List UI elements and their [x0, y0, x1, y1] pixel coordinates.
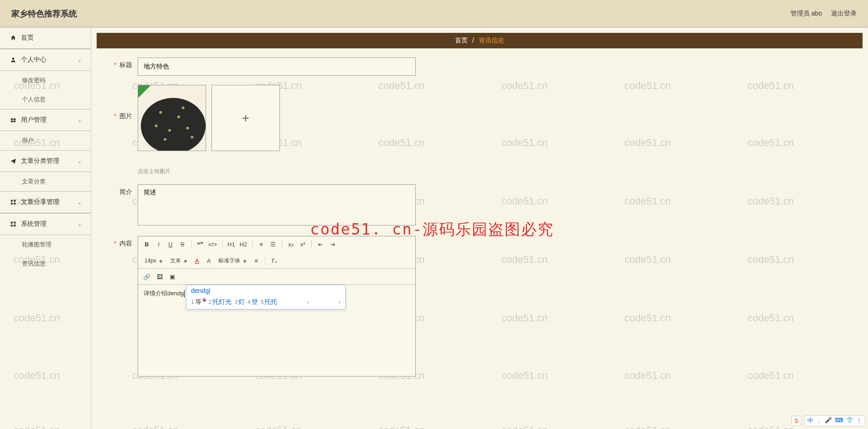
svg-rect-2: [14, 119, 16, 120]
font-color-button[interactable]: A: [192, 256, 202, 266]
svg-rect-3: [11, 120, 13, 122]
chevron-down-icon: ⌄: [78, 221, 82, 227]
sidebar-item-label: 用户管理: [21, 116, 78, 124]
ime-menu-icon[interactable]: ⋮: [856, 417, 862, 425]
ime-candidate-2[interactable]: 2托灯光: [209, 298, 232, 306]
sidebar-item-label: 文章分享管理: [21, 198, 78, 206]
bg-color-button[interactable]: A: [204, 256, 214, 266]
svg-point-21: [182, 106, 185, 109]
svg-rect-11: [11, 225, 13, 226]
sidebar-item-personal-center[interactable]: 个人中心 ⌄: [0, 49, 91, 71]
ime-next-icon[interactable]: ›: [339, 299, 341, 305]
sidebar-item-label: 系统管理: [21, 220, 78, 228]
unordered-list-button[interactable]: ☰: [268, 239, 278, 249]
sidebar-sub-news-info[interactable]: 资讯信息: [0, 254, 91, 273]
main-content: 首页 / 资讯信息 *标题 *图片: [91, 27, 868, 429]
svg-point-18: [168, 129, 171, 132]
sidebar-sub-change-password[interactable]: 修改密码: [0, 71, 91, 90]
ime-lang-icon[interactable]: 中: [807, 417, 813, 425]
sidebar-sub-article-cat[interactable]: 文章分类: [0, 172, 91, 191]
sidebar-sub-user[interactable]: 用户: [0, 131, 91, 150]
font-family-select[interactable]: 标准字体◆: [216, 256, 249, 266]
sidebar-item-system-manage[interactable]: 系统管理 ⌄: [0, 213, 91, 235]
superscript-button[interactable]: x²: [298, 239, 308, 249]
svg-rect-7: [11, 203, 13, 204]
ime-candidate-4[interactable]: 4登: [248, 298, 258, 306]
strike-button[interactable]: S: [177, 239, 187, 249]
ime-skin-icon[interactable]: 👕: [846, 417, 853, 425]
link-button[interactable]: 🔗: [142, 272, 152, 282]
sidebar-item-user-manage[interactable]: 用户管理 ⌄: [0, 109, 91, 131]
send-icon: [9, 158, 17, 164]
ime-popup[interactable]: dendg| 1等☁ 2托灯光 3灯 4登 5托托 ‹ ›: [186, 285, 346, 309]
title-input[interactable]: [138, 58, 416, 76]
quote-button[interactable]: ❝❞: [195, 239, 205, 249]
ime-candidate-5[interactable]: 5托托: [261, 298, 278, 306]
svg-point-16: [159, 111, 162, 114]
breadcrumb-home[interactable]: 首页: [455, 37, 468, 44]
uploaded-image-thumb[interactable]: [138, 85, 206, 151]
content-label: *内容: [106, 236, 138, 248]
ime-candidate-1[interactable]: 1等☁: [191, 298, 206, 306]
ime-candidate-3[interactable]: 3灯: [234, 298, 245, 306]
ime-punct-icon[interactable]: ，: [816, 417, 822, 425]
svg-point-17: [177, 115, 180, 118]
chevron-down-icon: ⌄: [78, 158, 82, 164]
ime-prev-icon[interactable]: ‹: [307, 299, 309, 305]
home-icon: [9, 35, 17, 41]
admin-label[interactable]: 管理员 abo: [790, 10, 822, 18]
chevron-down-icon: ⌄: [78, 57, 82, 63]
chevron-down-icon: ⌄: [78, 117, 82, 123]
svg-point-0: [12, 58, 15, 60]
svg-rect-9: [11, 222, 13, 224]
breadcrumb: 首页 / 资讯信息: [97, 33, 863, 48]
sidebar-item-home[interactable]: 首页: [0, 27, 91, 49]
font-type-select[interactable]: 文本◆: [167, 256, 190, 266]
svg-point-22: [155, 125, 158, 127]
sidebar-sub-carousel-manage[interactable]: 轮播图管理: [0, 235, 91, 254]
underline-button[interactable]: U: [165, 239, 176, 249]
ime-logo-icon: S: [791, 416, 801, 426]
editor-toolbar-2: 🔗 🖼 ▣: [138, 269, 415, 285]
h1-button[interactable]: H1: [226, 239, 237, 249]
svg-rect-12: [14, 225, 16, 226]
svg-rect-6: [14, 200, 16, 202]
user-icon: [9, 57, 17, 63]
sidebar-sub-personal-info[interactable]: 个人信息: [0, 90, 91, 109]
svg-point-20: [164, 138, 166, 141]
h2-button[interactable]: H2: [238, 239, 248, 249]
font-size-select[interactable]: 14px◆: [142, 256, 165, 266]
editor-text: 详情介绍dendg: [144, 290, 184, 297]
upload-add-button[interactable]: +: [212, 85, 280, 151]
svg-rect-1: [11, 119, 13, 120]
upload-hint: 点击上传图片: [138, 167, 280, 175]
editor-toolbar: B I U S ❝❞ </> H1 H2: [138, 236, 415, 269]
outdent-button[interactable]: ⇥: [327, 239, 337, 249]
ime-keyboard-icon[interactable]: ⌨: [835, 417, 843, 425]
bold-button[interactable]: B: [142, 239, 152, 249]
align-button[interactable]: ≡: [251, 256, 261, 266]
svg-point-19: [186, 127, 189, 130]
grid-icon: [9, 221, 17, 227]
clear-format-button[interactable]: Tₓ: [269, 256, 279, 266]
svg-point-23: [191, 136, 193, 138]
app-title: 家乡特色推荐系统: [11, 8, 77, 19]
italic-button[interactable]: I: [154, 239, 164, 249]
ordered-list-button[interactable]: ≡: [256, 239, 266, 249]
ime-input: dendg|: [186, 285, 345, 296]
breadcrumb-sep: /: [472, 37, 474, 44]
plus-icon: +: [242, 111, 249, 126]
intro-textarea[interactable]: 简述: [138, 184, 416, 225]
ime-status-bar[interactable]: S 中 ， 🎤 ⌨ 👕 ⋮: [791, 415, 865, 426]
code-button[interactable]: </>: [207, 239, 218, 249]
sidebar-item-article-share-manage[interactable]: 文章分享管理 ⌄: [0, 191, 91, 213]
sidebar-item-article-cat-manage[interactable]: 文章分类管理 ⌄: [0, 150, 91, 172]
indent-button[interactable]: ⇤: [315, 239, 326, 249]
editor-content-area[interactable]: 详情介绍dendg dendg| 1等☁ 2托灯光 3灯 4登 5托托: [138, 285, 415, 376]
subscript-button[interactable]: x₂: [286, 239, 296, 249]
video-button[interactable]: ▣: [167, 272, 177, 282]
image-button[interactable]: 🖼: [155, 272, 165, 282]
ime-voice-icon[interactable]: 🎤: [825, 417, 832, 425]
topbar: 家乡特色推荐系统 管理员 abo 退出登录: [0, 0, 868, 27]
logout-link[interactable]: 退出登录: [831, 10, 857, 18]
